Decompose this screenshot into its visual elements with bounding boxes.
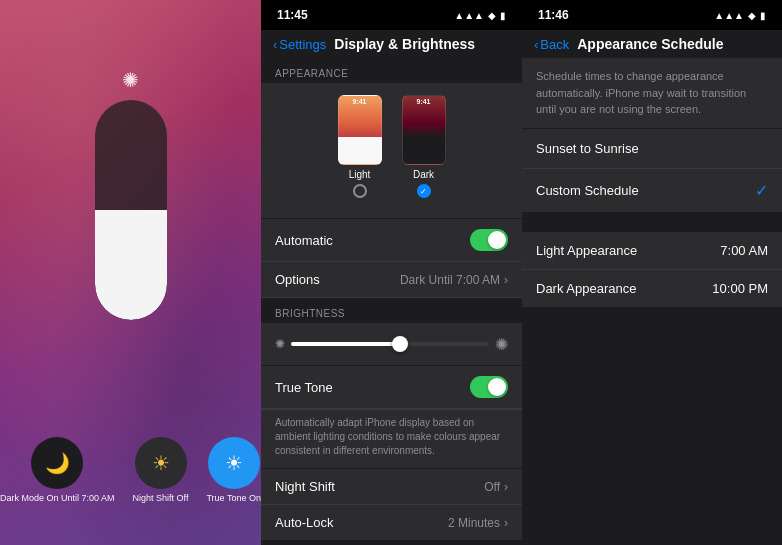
options-label: Options xyxy=(275,272,320,287)
auto-lock-chevron: › xyxy=(504,516,508,530)
custom-schedule-option[interactable]: Custom Schedule ✓ xyxy=(522,169,782,212)
status-icons: ▲▲▲ ◆ ▮ xyxy=(454,10,506,21)
appearance-options: 9:41 Light 9:41 Dark ✓ xyxy=(338,95,446,198)
dark-appearance-row[interactable]: Dark Appearance 10:00 PM xyxy=(522,270,782,307)
brightness-slider[interactable]: ✺ ✺ xyxy=(275,333,508,355)
appearance-schedule-panel: 11:46 ▲▲▲ ◆ ▮ ‹ Back Appearance Schedule… xyxy=(522,0,782,545)
night-shift-label: Night Shift xyxy=(275,479,335,494)
signal-icon: ▲▲▲ xyxy=(454,10,484,21)
appearance-header: APPEARANCE xyxy=(261,58,522,83)
slider-fill xyxy=(291,342,400,346)
true-tone-icon: ☀ xyxy=(208,437,260,489)
back-button[interactable]: ‹ Settings xyxy=(273,37,326,52)
status-bar: 11:45 ▲▲▲ ◆ ▮ xyxy=(261,0,522,30)
custom-schedule-label: Custom Schedule xyxy=(536,183,639,198)
night-shift-chevron: › xyxy=(504,480,508,494)
wifi-icon-3: ◆ xyxy=(748,10,756,21)
nav-bar: ‹ Settings Display & Brightness xyxy=(261,30,522,58)
sunset-sunrise-label: Sunset to Sunrise xyxy=(536,141,639,156)
schedule-times: Light Appearance 7:00 AM Dark Appearance… xyxy=(522,232,782,307)
status-bar-3: 11:46 ▲▲▲ ◆ ▮ xyxy=(522,0,782,30)
brightness-low-icon: ✺ xyxy=(275,337,285,351)
light-appearance-time: 7:00 AM xyxy=(720,243,768,258)
db-content: APPEARANCE 9:41 Light 9:41 Dark ✓ xyxy=(261,58,522,545)
control-center-panel: ✺ 🌙 Dark Mode On Until 7:00 AM ☀ Night S… xyxy=(0,0,261,545)
back-label-3: Back xyxy=(540,37,569,52)
dark-appearance-label: Dark Appearance xyxy=(536,281,636,296)
chevron-right-icon: › xyxy=(504,273,508,287)
true-tone-toggle[interactable] xyxy=(470,376,508,398)
appearance-section: 9:41 Light 9:41 Dark ✓ xyxy=(261,83,522,218)
brightness-high-icon: ✺ xyxy=(495,335,508,354)
light-mode-option[interactable]: 9:41 Light xyxy=(338,95,382,198)
options-row[interactable]: Options Dark Until 7:00 AM › xyxy=(261,262,522,298)
nav-bar-3: ‹ Back Appearance Schedule xyxy=(522,30,782,58)
dark-preview: 9:41 xyxy=(402,95,446,165)
brightness-slider-vertical[interactable] xyxy=(95,100,167,320)
night-shift-item[interactable]: ☀ Night Shift Off xyxy=(133,437,189,505)
battery-icon: ▮ xyxy=(500,10,506,21)
battery-icon-3: ▮ xyxy=(760,10,766,21)
light-appearance-label: Light Appearance xyxy=(536,243,637,258)
quick-settings-icons: 🌙 Dark Mode On Until 7:00 AM ☀ Night Shi… xyxy=(0,437,261,505)
chevron-left-icon: ‹ xyxy=(273,37,277,52)
brightness-section: ✺ ✺ xyxy=(261,323,522,365)
automatic-label: Automatic xyxy=(275,233,333,248)
toggle-knob xyxy=(488,231,506,249)
chevron-left-icon-3: ‹ xyxy=(534,37,538,52)
auto-lock-row[interactable]: Auto-Lock 2 Minutes › xyxy=(261,505,522,540)
sunset-sunrise-option[interactable]: Sunset to Sunrise xyxy=(522,129,782,169)
dark-mode-label: Dark Mode On Until 7:00 AM xyxy=(0,493,115,505)
options-value: Dark Until 7:00 AM › xyxy=(400,273,508,287)
true-tone-description: Automatically adapt iPhone display based… xyxy=(261,409,522,468)
night-shift-label: Night Shift Off xyxy=(133,493,189,505)
night-shift-icon: ☀ xyxy=(135,437,187,489)
auto-lock-value-text: 2 Minutes xyxy=(448,516,500,530)
dark-mode-option[interactable]: 9:41 Dark ✓ xyxy=(402,95,446,198)
brightness-header: BRIGHTNESS xyxy=(261,298,522,323)
signal-icon-3: ▲▲▲ xyxy=(714,10,744,21)
wifi-icon: ◆ xyxy=(488,10,496,21)
automatic-row[interactable]: Automatic xyxy=(261,219,522,262)
schedule-description: Schedule times to change appearance auto… xyxy=(522,58,782,128)
brightness-sun-icon: ✺ xyxy=(122,68,139,92)
true-tone-toggle-knob xyxy=(488,378,506,396)
status-icons-3: ▲▲▲ ◆ ▮ xyxy=(714,10,766,21)
auto-lock-label: Auto-Lock xyxy=(275,515,334,530)
light-appearance-row[interactable]: Light Appearance 7:00 AM xyxy=(522,232,782,270)
display-brightness-panel: 11:45 ▲▲▲ ◆ ▮ ‹ Settings Display & Brigh… xyxy=(261,0,522,545)
schedule-options: Sunset to Sunrise Custom Schedule ✓ xyxy=(522,129,782,212)
night-shift-value: Off › xyxy=(484,480,508,494)
back-label: Settings xyxy=(279,37,326,52)
slider-thumb xyxy=(392,336,408,352)
preview-time-dark: 9:41 xyxy=(403,96,445,105)
dark-radio[interactable]: ✓ xyxy=(417,184,431,198)
status-time-3: 11:46 xyxy=(538,8,569,22)
slider-fill xyxy=(95,210,167,320)
true-tone-item[interactable]: ☀ True Tone On xyxy=(206,437,261,505)
night-shift-value-text: Off xyxy=(484,480,500,494)
dark-label: Dark xyxy=(413,169,434,180)
auto-lock-value: 2 Minutes › xyxy=(448,516,508,530)
dark-mode-item[interactable]: 🌙 Dark Mode On Until 7:00 AM xyxy=(0,437,115,505)
light-preview: 9:41 xyxy=(338,95,382,165)
light-label: Light xyxy=(349,169,371,180)
back-button-3[interactable]: ‹ Back xyxy=(534,37,569,52)
schedule-title: Appearance Schedule xyxy=(577,36,723,52)
slider-track[interactable] xyxy=(291,342,489,346)
preview-time-light: 9:41 xyxy=(339,96,381,105)
status-time: 11:45 xyxy=(277,8,308,22)
dark-appearance-time: 10:00 PM xyxy=(712,281,768,296)
true-tone-label: True Tone On xyxy=(206,493,261,505)
dark-mode-icon: 🌙 xyxy=(31,437,83,489)
checkmark-icon: ✓ xyxy=(755,181,768,200)
light-radio[interactable] xyxy=(353,184,367,198)
true-tone-label: True Tone xyxy=(275,380,333,395)
page-title: Display & Brightness xyxy=(334,36,475,52)
options-value-text: Dark Until 7:00 AM xyxy=(400,273,500,287)
automatic-toggle[interactable] xyxy=(470,229,508,251)
true-tone-row[interactable]: True Tone xyxy=(261,366,522,409)
night-shift-row[interactable]: Night Shift Off › xyxy=(261,469,522,505)
